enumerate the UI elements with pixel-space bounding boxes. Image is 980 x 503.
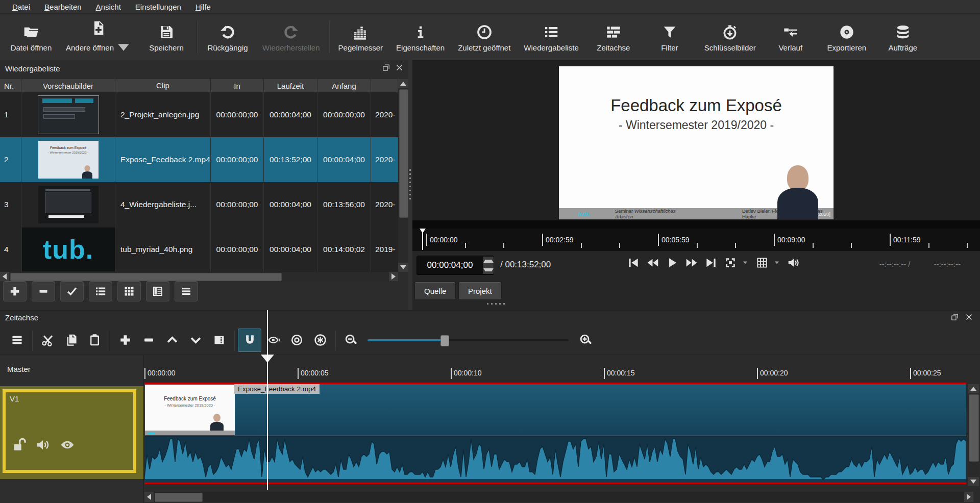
timeline-zoom-out-button[interactable] <box>339 329 362 352</box>
tab-quelle[interactable]: Quelle <box>414 282 456 300</box>
fast-forward-button[interactable] <box>685 256 698 269</box>
toolbar-button-save[interactable]: Speichern <box>138 22 194 54</box>
timecode-spinbox[interactable]: 00:00:04;00 <box>416 256 494 275</box>
playlist-hscrollbar[interactable] <box>0 272 398 281</box>
timeline-hscroll-left[interactable] <box>144 492 154 502</box>
scrubber-playhead[interactable] <box>420 229 426 235</box>
grid-button[interactable] <box>755 256 769 269</box>
rewind-button[interactable] <box>646 256 659 269</box>
timeline-copy-button[interactable] <box>59 329 83 352</box>
playlist-vscroll-up[interactable] <box>398 79 408 88</box>
toolbar-button-open-file[interactable]: Datei öffnen <box>3 22 59 54</box>
panel-splitter-handle[interactable] <box>409 169 411 202</box>
playlist-vscroll-down[interactable] <box>398 263 408 272</box>
playlist-hscroll-thumb[interactable] <box>10 273 282 281</box>
playlist-view-icons-button[interactable] <box>117 281 141 301</box>
timeline-hscroll-right[interactable] <box>964 492 973 502</box>
timecode-spinner[interactable] <box>483 257 494 274</box>
tab-projekt[interactable]: Projekt <box>458 282 502 300</box>
timeline-ripple-button[interactable] <box>285 329 308 352</box>
v1-track-head-current[interactable]: V1 <box>0 386 143 479</box>
playlist-vscrollbar[interactable] <box>398 79 408 272</box>
volume-button[interactable] <box>787 256 800 269</box>
toolbar-button-jobs[interactable]: Aufträge <box>875 22 931 54</box>
playlist-row-2-selected[interactable]: 2 Feedback zum Exposé- Wintersemester 20… <box>0 137 398 183</box>
column-header-laufzeit[interactable]: Laufzeit <box>264 79 317 92</box>
column-header-nr[interactable]: Nr. <box>0 79 21 92</box>
toolbar-button-export[interactable]: Exportieren <box>819 22 875 54</box>
timeline-playhead-line[interactable] <box>267 310 268 490</box>
menu-bearbeiten[interactable]: Bearbeiten <box>38 2 88 12</box>
toolbar-button-filters[interactable]: Filter <box>642 22 698 54</box>
skip-previous-button[interactable] <box>627 256 640 269</box>
playlist-vscroll-thumb[interactable] <box>399 89 408 218</box>
playlist-hscroll-left[interactable] <box>0 272 9 281</box>
playlist-row-3[interactable]: 3 4_Wiedergabeliste.j... 00:00:00;00 00:… <box>0 182 398 228</box>
playlist-close-icon[interactable] <box>395 63 404 72</box>
playlist-row-4[interactable]: 4 tub. tub_myriad_40h.png 00:00:00;00 00… <box>0 227 398 272</box>
timeline-vscrollbar[interactable] <box>968 384 979 486</box>
menu-einstellungen[interactable]: Einstellungen <box>129 2 187 12</box>
playlist-view-tiles-button[interactable] <box>146 281 169 301</box>
zoom-fit-dropdown-icon[interactable] <box>741 260 749 266</box>
column-header-vorschaubilder[interactable]: Vorschaubilder <box>21 79 115 92</box>
timeline-overwrite-button[interactable] <box>184 329 207 352</box>
timeline-vscroll-up[interactable] <box>968 384 979 393</box>
timeline-vscroll-thumb[interactable] <box>969 394 979 462</box>
timeline-ripple-all-tracks-button[interactable] <box>308 329 332 352</box>
toolbar-button-open-other[interactable]: Andere öffnen <box>59 18 138 58</box>
playlist-add-button[interactable] <box>3 281 27 301</box>
column-header-date[interactable] <box>371 79 398 92</box>
grid-dropdown-icon[interactable] <box>773 260 781 266</box>
timeline-cut-button[interactable] <box>36 329 59 352</box>
column-header-clip[interactable]: Clip <box>115 79 211 92</box>
play-button[interactable] <box>666 256 679 269</box>
zoom-slider-handle[interactable] <box>440 335 449 346</box>
playlist-update-button[interactable] <box>60 281 84 301</box>
toolbar-button-playlist[interactable]: Wiedergabeliste <box>517 22 585 54</box>
timeline-snap-button[interactable] <box>238 329 261 352</box>
toolbar-button-undo[interactable]: Rückgängig <box>200 22 256 54</box>
timeline-paste-button[interactable] <box>83 329 106 352</box>
toolbar-button-history[interactable]: Verlauf <box>763 22 819 54</box>
column-header-anfang[interactable]: Anfang <box>317 79 371 92</box>
playlist-remove-button[interactable] <box>32 281 55 301</box>
timeline-zoom-in-button[interactable] <box>574 329 597 352</box>
playlist-row-1[interactable]: 1 2_Projekt_anlegen.jpg 00:00:00;00 00:0… <box>0 92 398 138</box>
toolbar-button-audio-meter[interactable]: Pegelmesser <box>332 22 390 54</box>
menu-hilfe[interactable]: Hilfe <box>189 2 217 12</box>
toolbar-button-keyframes[interactable]: Schlüsselbilder <box>698 22 763 54</box>
track-lock-icon[interactable] <box>12 437 27 452</box>
timecode-spin-up[interactable] <box>483 257 494 265</box>
track-hide-icon[interactable] <box>60 437 75 452</box>
master-track-head[interactable]: Master <box>0 356 143 386</box>
playlist-float-icon[interactable] <box>382 63 390 72</box>
current-position[interactable]: 00:00:04;00 <box>417 260 483 270</box>
column-header-in[interactable]: In <box>211 79 264 92</box>
timeline-zoom-slider[interactable] <box>368 329 569 352</box>
preview-splitter-handle[interactable] <box>487 303 507 305</box>
timeline-hscrollbar[interactable] <box>144 492 966 502</box>
toolbar-button-recent[interactable]: Zuletzt geöffnet <box>451 22 517 54</box>
timeline-float-icon[interactable] <box>950 313 959 321</box>
toolbar-button-timeline[interactable]: Zeitachse <box>585 22 642 54</box>
zoom-fit-button[interactable] <box>724 256 737 269</box>
menu-datei[interactable]: Datei <box>6 2 36 12</box>
playlist-menu-button[interactable] <box>175 281 198 301</box>
timeline-timeline-menu-button[interactable] <box>5 329 29 352</box>
toolbar-button-properties[interactable]: Eigenschaften <box>389 22 451 54</box>
timeline-hscroll-thumb[interactable] <box>155 493 203 502</box>
timeline-append-button[interactable] <box>113 329 137 352</box>
timeline-close-icon[interactable] <box>965 313 973 321</box>
skip-next-button[interactable] <box>704 256 718 269</box>
timeline-ripple-delete-button[interactable] <box>137 329 160 352</box>
timeline-split-button[interactable] <box>207 329 231 352</box>
timecode-spin-down[interactable] <box>483 265 494 274</box>
timeline-vscroll-down[interactable] <box>968 477 979 486</box>
playlist-hscroll-right[interactable] <box>389 272 398 281</box>
timeline-lift-button[interactable] <box>160 329 184 352</box>
timeline-scrub-while-dragging-button[interactable] <box>261 329 285 352</box>
playlist-view-details-button[interactable] <box>89 281 112 301</box>
track-mute-icon[interactable] <box>35 437 51 452</box>
menu-ansicht[interactable]: Ansicht <box>90 2 127 12</box>
